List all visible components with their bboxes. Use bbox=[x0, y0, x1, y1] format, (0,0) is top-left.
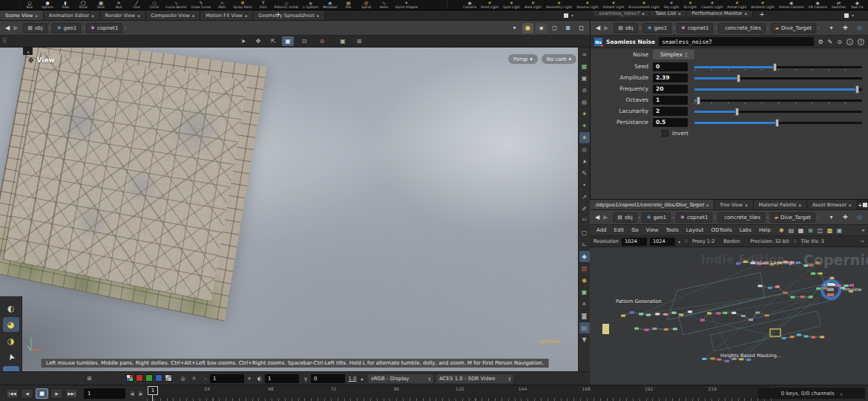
follow-target-icon[interactable]: ◎ bbox=[854, 23, 865, 33]
viewport-right-tool-icon;image-plane-icon[interactable]: ▤ bbox=[579, 322, 590, 333]
viewport-tool-icon[interactable]: ✥ bbox=[252, 36, 264, 46]
resolution-y-field[interactable]: 1024 bbox=[650, 238, 675, 246]
menu-item[interactable]: Labs bbox=[736, 227, 755, 233]
shelf-tool[interactable]: ☀ Volume Light bbox=[574, 0, 600, 10]
nav-forward-icon[interactable]: ▶ bbox=[604, 25, 608, 31]
pane-tab[interactable]: Render View ▪ bbox=[100, 10, 146, 20]
pin-icon[interactable]: ✚ bbox=[840, 212, 851, 223]
play-backward-button[interactable]: ◀ bbox=[21, 388, 33, 399]
menubar-icon;color-palette-icon[interactable]: ▣ bbox=[835, 226, 844, 235]
shelf-tool[interactable]: ◉ Metaball bbox=[320, 0, 339, 10]
menubar-icon;wrench-icon[interactable]: ✱ bbox=[777, 226, 786, 235]
shelf-tool[interactable]: ❋ Spray Paint bbox=[231, 0, 254, 10]
tab-close-icon[interactable]: ▪ bbox=[192, 13, 194, 18]
shelf-tool[interactable]: ▦ Grid bbox=[92, 0, 110, 10]
slider-handle[interactable] bbox=[737, 74, 740, 82]
menubar-icon;split-view-icon[interactable]: ◫ bbox=[815, 226, 825, 235]
viewport-right-tool-icon;point-display-icon[interactable]: • bbox=[579, 180, 590, 191]
viewport-left-tool-icon;secure-selection-lock-icon[interactable]: ▣ bbox=[3, 366, 19, 371]
shelf-tool[interactable]: ◻ Box bbox=[21, 0, 39, 10]
gamma-field[interactable]: 0 bbox=[311, 374, 345, 383]
viewport-right-tool-icon;vector-display-icon[interactable]: ↗ bbox=[579, 192, 590, 203]
info-icon[interactable]: i bbox=[846, 39, 853, 45]
tab-close-icon[interactable]: ▪ bbox=[91, 13, 93, 18]
brightness-minus-button[interactable]: - bbox=[202, 374, 209, 383]
param-value-field[interactable]: 2.39 bbox=[653, 74, 688, 82]
slider-handle[interactable] bbox=[773, 63, 777, 71]
tab-close-icon[interactable]: ▪ bbox=[849, 203, 851, 207]
tab-close-icon[interactable]: ▪ bbox=[678, 11, 680, 16]
viewport-right-tool-icon;stop-icon[interactable]: ◙ bbox=[579, 310, 590, 322]
lut-toggle[interactable]: 1.0 bbox=[347, 374, 358, 383]
shelf-tool[interactable]: ◉ VR Camera bbox=[806, 0, 829, 10]
timeline-ruler[interactable]: 24487296120144168192216240 1 bbox=[147, 385, 775, 401]
shelf-tool[interactable]: @ Spiral bbox=[358, 0, 375, 10]
viewport-right-tool-icon;normal-lights-icon[interactable]: ☀ bbox=[579, 120, 590, 131]
menu-item[interactable]: ODTools bbox=[708, 227, 736, 233]
invert-checkbox[interactable] bbox=[662, 130, 668, 137]
red-channel-icon[interactable] bbox=[136, 374, 143, 382]
param-value-field[interactable]: 0 bbox=[653, 62, 688, 71]
path-dropdown-caret[interactable]: ▾ bbox=[826, 212, 837, 223]
breadcrumb-item[interactable]: ▤ obj bbox=[613, 212, 637, 223]
shelf-tool[interactable]: ψ L-System bbox=[300, 0, 320, 10]
viewport-right-tool-icon;headlight-icon[interactable]: ☀ bbox=[579, 108, 590, 120]
breadcrumb-item[interactable]: ▰ Dive_Target bbox=[771, 23, 816, 33]
viewport-right-tool-icon;mask-active-icon[interactable]: ◆ bbox=[579, 251, 590, 262]
shelf-tool[interactable]: ☀ Point Light bbox=[479, 0, 501, 10]
viewport-left-tool-icon;shaded-active-icon[interactable]: ◕ bbox=[3, 317, 19, 332]
pane-maximize-icon[interactable] bbox=[863, 203, 867, 207]
shelf-tool[interactable]: ☀ Sky Light bbox=[662, 0, 682, 10]
shelf-tool[interactable]: T Font bbox=[254, 0, 272, 10]
shelf-tool[interactable]: ╱ Line bbox=[128, 0, 145, 10]
tab-close-icon[interactable]: ▪ bbox=[35, 13, 37, 18]
shelf-tool[interactable]: ☀ GI Light bbox=[681, 0, 699, 10]
tab-close-icon[interactable]: ▪ bbox=[745, 11, 747, 16]
current-frame-field[interactable]: 1 bbox=[84, 388, 125, 399]
breadcrumb-item[interactable]: concrete_tiles bbox=[718, 23, 766, 33]
menu-item[interactable]: Help bbox=[755, 227, 775, 233]
gamma-icon[interactable]: γ bbox=[301, 374, 310, 383]
step-forward-button[interactable]: |▶ bbox=[137, 390, 144, 397]
shelf-tool[interactable]: ◉ Gan Ca bbox=[848, 0, 866, 10]
resolution-caret-icon[interactable]: ▾ bbox=[678, 239, 680, 244]
viewport-right-tool-icon;camera-view-icon[interactable]: ▣ bbox=[579, 287, 590, 298]
breadcrumb-item[interactable]: ✸ copnet1 bbox=[677, 23, 713, 33]
viewport-right-tool-icon;lock-view-icon[interactable]: ▣ bbox=[579, 73, 590, 84]
pane-menu-caret-icon[interactable]: ▾ bbox=[571, 13, 573, 18]
viewport-tool-icon[interactable]: ⇱ bbox=[267, 36, 279, 46]
nav-back-icon[interactable]: ◀ bbox=[595, 214, 599, 221]
shelf-tool[interactable]: ☀ Portal Light bbox=[726, 0, 749, 10]
shelf-tool[interactable]: ◉ Stereo Camera bbox=[777, 0, 806, 10]
menu-item[interactable]: Tools bbox=[662, 227, 682, 233]
slider-handle[interactable] bbox=[855, 85, 859, 94]
shelf-grip[interactable] bbox=[0, 0, 21, 10]
shelf-tool[interactable]: ⇄ Switcher bbox=[829, 0, 849, 10]
help-icon[interactable]: ? bbox=[858, 39, 864, 45]
breadcrumb-item[interactable]: ❖ geo1 bbox=[52, 23, 81, 33]
viewport-right-tool-icon;high-quality-light-icon[interactable]: ☀ bbox=[579, 132, 590, 143]
menu-item[interactable]: View bbox=[642, 227, 662, 233]
pane-maximize-icon[interactable] bbox=[564, 13, 568, 18]
nav-forward-icon[interactable]: ▶ bbox=[603, 214, 608, 221]
breadcrumb-item[interactable]: ❖ geo1 bbox=[642, 212, 671, 223]
pane-tab[interactable]: Asset Browser ▪ bbox=[807, 200, 858, 209]
shelf-tool[interactable]: ☀ Distant Light bbox=[600, 0, 626, 10]
green-channel-icon[interactable] bbox=[145, 374, 153, 382]
viewport-bar-icon[interactable]: ◼ bbox=[562, 23, 573, 33]
param-slider[interactable] bbox=[694, 62, 862, 71]
viewport-pane-handle[interactable]: ◂ bbox=[23, 48, 33, 55]
shelf-tool[interactable]: ▤ File bbox=[340, 0, 358, 10]
tilevis-checkbox[interactable] bbox=[792, 238, 798, 244]
noise-type-dropdown[interactable]: Simplex ▴▾ bbox=[653, 50, 694, 59]
viewport-right-tool-icon;select-arrow-icon[interactable]: ➤ bbox=[577, 154, 590, 168]
param-slider[interactable] bbox=[694, 118, 862, 127]
viewport-bar-icon[interactable]: ◻ bbox=[576, 23, 587, 33]
pane-tab[interactable]: Material Palette ▪ bbox=[754, 200, 807, 209]
viewport-left-tool-icon;shaded-mode-icon[interactable]: ◐ bbox=[3, 301, 19, 316]
viewport-right-tool-icon;env-sphere-icon[interactable]: ◉ bbox=[579, 275, 590, 286]
shelf-tool[interactable]: ✎ Draw Curve bbox=[189, 0, 213, 10]
breadcrumb-item[interactable]: ▰ Dive_Target bbox=[770, 212, 815, 223]
viewport-tool-icon[interactable]: ➤ bbox=[237, 36, 249, 46]
menubar-icon;snapshot-net-icon[interactable]: ▤ bbox=[786, 226, 796, 235]
